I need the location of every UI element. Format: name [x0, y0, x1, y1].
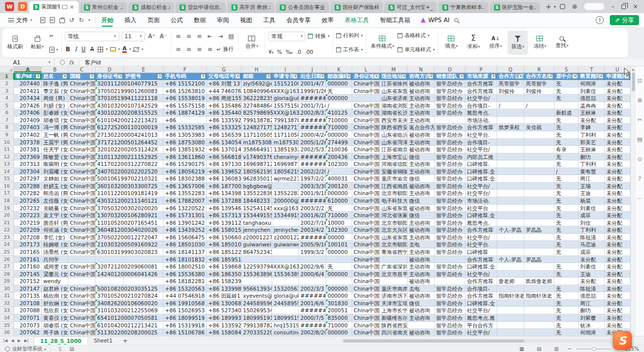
cell[interactable]: +86 15152100	[164, 80, 207, 87]
cell[interactable]: +86 15332585	[164, 124, 207, 131]
column-header[interactable]: 邮箱	[242, 73, 272, 80]
cell[interactable]: China中国	[68, 300, 96, 307]
horizontal-scrollbar[interactable]	[342, 339, 624, 343]
file-tab[interactable]: S高学历 教授.xlsx	[227, 2, 275, 13]
cell[interactable]: 广东省深圳	[380, 263, 408, 271]
cell[interactable]: China中国	[352, 131, 380, 139]
cell[interactable]: 文静如 (女	[42, 175, 68, 183]
cell[interactable]: 207223	[14, 212, 42, 219]
cell[interactable]	[524, 183, 554, 190]
cell[interactable]: 未分配	[605, 183, 630, 190]
search-pill[interactable]	[584, 3, 604, 10]
cell[interactable]	[524, 131, 554, 139]
cell[interactable]: China中国	[352, 197, 380, 205]
cell[interactable]: China中国	[68, 80, 96, 87]
tune-icon[interactable]: ⊡	[637, 77, 642, 84]
cell[interactable]	[524, 322, 554, 329]
cell[interactable]: China中国	[352, 322, 380, 329]
cell[interactable]: 左佳薇 (女	[42, 197, 68, 205]
cell[interactable]: 留学总经办	[435, 219, 465, 227]
cell[interactable]	[524, 263, 554, 271]
cell[interactable]	[497, 314, 524, 322]
cell[interactable]	[380, 278, 408, 285]
cell[interactable]	[524, 234, 554, 241]
cell[interactable]	[272, 278, 299, 285]
cell[interactable]: 韩浩远 (男	[42, 190, 68, 197]
cell[interactable]: 无	[554, 300, 579, 307]
cell[interactable]: China中国	[68, 314, 96, 322]
cell[interactable]: +86 1859518772	[207, 256, 242, 263]
cell[interactable]	[524, 271, 554, 278]
print-icon[interactable]	[59, 19, 65, 23]
row-number[interactable]: 36	[0, 329, 14, 336]
cell[interactable]: 安徽省铜陵	[380, 168, 408, 175]
cell[interactable]	[68, 278, 96, 285]
filter-dropdown-icon[interactable]	[235, 74, 240, 78]
cell[interactable]: +86 1372884680	[207, 197, 242, 205]
cell[interactable]	[96, 278, 124, 285]
cell[interactable]: China中国	[68, 263, 96, 271]
cell[interactable]: 陈祖清	[579, 285, 605, 293]
cell[interactable]: 黄韦慧	[579, 168, 605, 175]
cell[interactable]: 150269534	[242, 307, 272, 314]
cell[interactable]: 主动咨询	[408, 271, 435, 278]
cell[interactable]	[497, 219, 524, 227]
cell[interactable]: 内部员工推	[465, 153, 497, 161]
cell[interactable]: +86 19910568	[164, 300, 207, 307]
cell[interactable]: 主动咨询	[408, 219, 435, 227]
cell[interactable]: 王迪	[579, 271, 605, 278]
panel-icon[interactable]: ⊞	[637, 97, 642, 104]
cell[interactable]: China中国	[352, 212, 380, 219]
cell[interactable]: China中国	[68, 322, 96, 329]
cell[interactable]: 吴晓蔓 (女	[42, 205, 68, 212]
cell[interactable]: 社交平台/	[465, 329, 497, 336]
cell[interactable]: 社交平台.	[465, 131, 497, 139]
cell[interactable]: 799138782	[272, 117, 299, 124]
cell[interactable]: +86 周煜155380	[207, 95, 242, 102]
cell[interactable]: 207209	[14, 226, 42, 234]
cell[interactable]: 无	[554, 131, 579, 139]
cell[interactable]: +86 1971300890	[207, 160, 242, 168]
cell[interactable]: 未分配	[605, 307, 630, 314]
file-tab[interactable]: S贷款申请信息.xlsx	[176, 2, 225, 13]
cell[interactable]: China中国	[68, 190, 96, 197]
cell[interactable]: 200051	[326, 307, 352, 314]
cell[interactable]: 被动咨询	[408, 256, 435, 263]
cell[interactable]: 周煜 (男)	[42, 95, 68, 102]
fill-color-icon[interactable]	[110, 47, 116, 52]
column-letter-B[interactable]: B	[42, 66, 68, 72]
cell[interactable]: +86 13901242	[164, 219, 207, 227]
column-letter-O[interactable]: O	[435, 66, 465, 72]
column-header[interactable]: 姓名	[42, 73, 68, 80]
cell[interactable]: 口碑推荐.全	[465, 300, 497, 307]
reader-view-icon[interactable]: ▥	[554, 346, 558, 351]
cell[interactable]: 无	[554, 292, 579, 300]
cell[interactable]: 110105200207165451	[96, 219, 124, 227]
cell[interactable]	[497, 248, 524, 256]
cell[interactable]: /	[554, 168, 579, 175]
cell[interactable]	[497, 197, 524, 205]
cell[interactable]	[524, 117, 554, 124]
cell[interactable]: +44 07546918	[164, 292, 207, 300]
cell[interactable]: 被动咨询	[408, 278, 435, 285]
rows-cols-button[interactable]: 行和列▾	[336, 31, 363, 41]
cell[interactable]: 被动咨询	[408, 146, 435, 153]
cell[interactable]: +86 1850103098	[207, 241, 242, 248]
cell[interactable]: 合作项目-	[465, 102, 497, 110]
cell[interactable]: 无	[554, 263, 579, 271]
row-number[interactable]: 13	[0, 160, 14, 168]
cell[interactable]: +86 1851229020	[207, 248, 242, 256]
decrease-font-button[interactable]: A⁻	[158, 33, 168, 40]
filter-dropdown-icon[interactable]	[401, 74, 406, 78]
menu-item-表格工具[interactable]: 表格工具	[339, 13, 374, 27]
cell[interactable]: 河南省信阳	[380, 160, 408, 168]
cell[interactable]: 180562199	[272, 168, 299, 175]
cell[interactable]: 102300	[326, 226, 352, 234]
cell[interactable]: 207062	[14, 329, 42, 336]
cell[interactable]: 207219	[14, 219, 42, 227]
cell[interactable]: 北京市朝阳	[380, 219, 408, 227]
cell[interactable]: +86 18101832	[164, 256, 207, 263]
column-header[interactable]: 现住地址	[380, 73, 408, 80]
increase-decimal-button[interactable]: .00	[305, 49, 313, 55]
cell[interactable]: 124827175	[272, 124, 299, 131]
